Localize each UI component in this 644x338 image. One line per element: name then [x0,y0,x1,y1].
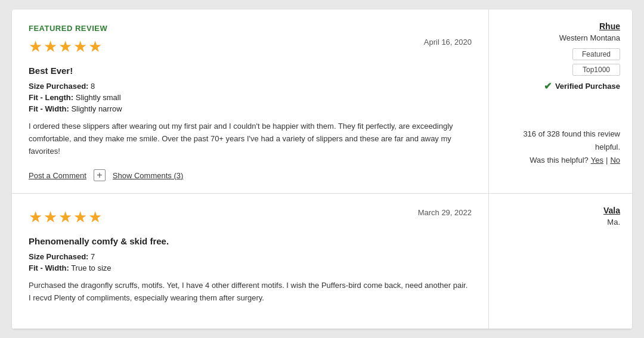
review-1-meta-row: ★★★★★ April 16, 2020 [29,38,472,61]
fit-width-label: Fit - Width: [29,104,69,113]
helpful-no-link[interactable]: No [610,154,620,167]
helpful-divider: | [606,154,608,167]
checkmark-icon: ✔ [544,80,552,92]
top1000-badge: Top1000 [572,64,620,76]
review-1-sidebar: Rhue Western Montana Featured Top1000 ✔ … [489,10,632,193]
review-1-body: I ordered these slippers after wearing o… [29,120,472,157]
review-2-title: Phenomenally comfy & skid free. [29,236,472,246]
reviewer-2-location: Ma. [503,218,620,227]
fit-length-value: Slightly small [76,93,121,102]
size-label-2: Size Purchased: [29,252,88,261]
fit-width-value-2: True to size [71,263,111,272]
reviewer-1-name: Rhue [503,21,620,31]
helpful-question: Was this helpful? [530,154,589,167]
reviews-container: FEATURED REVIEW ★★★★★ April 16, 2020 Bes… [12,10,632,329]
review-1-main: FEATURED REVIEW ★★★★★ April 16, 2020 Bes… [12,10,489,193]
helpful-yes-link[interactable]: Yes [591,154,603,167]
post-comment-link[interactable]: Post a Comment [29,171,86,180]
review-1-actions: Post a Comment + Show Comments (3) [29,169,472,181]
review-1-title: Best Ever! [29,66,472,76]
size-value-2: 7 [91,252,95,261]
review-1: FEATURED REVIEW ★★★★★ April 16, 2020 Bes… [12,10,632,194]
review-1-size: Size Purchased: 8 [29,82,472,91]
review-1-fit-width: Fit - Width: Slightly narrow [29,104,472,113]
show-comments-link[interactable]: Show Comments (3) [113,171,183,180]
review-2: ★★★★★ March 29, 2022 Phenomenally comfy … [12,194,632,329]
fit-width-value: Slightly narrow [71,104,122,113]
helpful-section: 316 of 328 found this review helpful. Wa… [503,128,620,167]
expand-comments-button[interactable]: + [94,169,106,181]
size-label: Size Purchased: [29,82,88,91]
review-2-fit-width: Fit - Width: True to size [29,263,472,272]
reviewer-2-name: Vala [503,206,620,215]
verified-purchase: ✔ Verified Purchase [503,80,620,92]
fit-width-label-2: Fit - Width: [29,263,69,272]
reviewer-1-location: Western Montana [503,33,620,42]
review-2-stars: ★★★★★ [29,208,103,227]
featured-label: FEATURED REVIEW [29,24,472,33]
featured-badge: Featured [572,48,620,60]
review-2-body: Purchased the dragonfly scruffs, motifs.… [29,280,472,305]
helpful-links: Was this helpful? Yes | No [503,154,620,167]
helpful-count: 316 of 328 found this review helpful. [503,128,620,154]
size-value: 8 [91,82,95,91]
review-2-sidebar: Vala Ma. [489,194,632,328]
review-1-fit-length: Fit - Length: Slightly small [29,93,472,102]
verified-text: Verified Purchase [555,82,620,91]
fit-length-label: Fit - Length: [29,93,73,102]
review-2-size: Size Purchased: 7 [29,252,472,261]
review-2-main: ★★★★★ March 29, 2022 Phenomenally comfy … [12,194,489,328]
review-2-date: March 29, 2022 [418,208,472,217]
review-2-meta-row: ★★★★★ March 29, 2022 [29,208,472,231]
review-1-date: April 16, 2020 [424,38,472,46]
review-1-stars: ★★★★★ [29,38,103,56]
